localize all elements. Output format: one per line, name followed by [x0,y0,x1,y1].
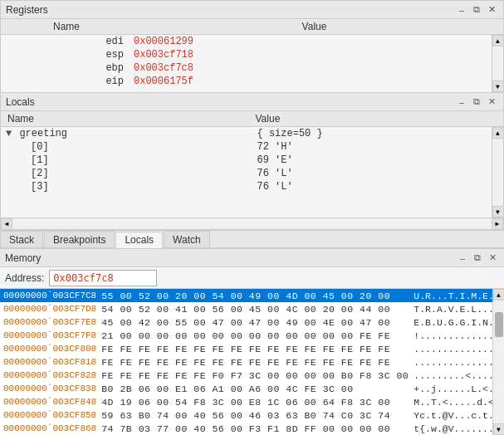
memory-row: 00000000`003CF85859 63 B0 74 00 40 56 00… [0,408,504,422]
memory-scroll-down[interactable]: ▼ [493,423,505,435]
locals-rows: ▼ greeting { size=50 } [0] 72 'H' [1] 69… [1,127,503,218]
mem-ascii: .........<.....<. [410,369,504,382]
registers-title: Registers [6,4,48,16]
locals-greeting-row: ▼ greeting { size=50 } [1,127,503,140]
mem-ascii: t{.w.@V......... [410,422,504,435]
memory-close-button[interactable]: ✕ [486,252,499,265]
mem-hex: 21 00 00 00 00 00 00 00 00 00 00 00 00 0… [100,329,410,342]
registers-name-header: Name [4,20,129,33]
tab-breakpoints[interactable]: Breakpoints [44,231,115,247]
locals-3-value: 76 'L' [252,180,504,193]
locals-row-0: [0] 72 'H' [1,140,503,154]
locals-hscrollbar[interactable]: ◀ ▶ [1,218,503,229]
locals-pin-button[interactable]: – [455,95,468,109]
mem-addr: 00000000`003CF848 [0,395,100,408]
collapse-icon[interactable]: ▼ [6,128,12,139]
locals-scrollbar[interactable]: ▲ ▼ [492,127,503,218]
mem-addr: 00000000`003CF868 [0,422,100,435]
locals-value-header: Value [252,112,501,125]
tab-watch[interactable]: Watch [164,231,210,247]
mem-ascii: ................ [410,355,504,369]
registers-data: edi 0x00061299 esp 0x003cf718 ebp 0x003c… [1,35,503,88]
locals-hscroll-right[interactable]: ▶ [492,218,503,230]
locals-0-name: [0] [1,140,252,154]
locals-2-value: 76 'L' [252,167,504,180]
mem-addr: 00000000`003CF7E8 [0,315,100,329]
memory-row: 00000000`003CF8484D 19 06 00 54 F8 3C 00… [0,395,504,408]
locals-2-name: [2] [1,167,252,180]
reg-edi-name: edi [4,35,129,48]
locals-hscroll-left[interactable]: ◀ [1,218,12,230]
memory-row: 00000000`003CF818FE FE FE FE FE FE FE FE… [0,355,504,369]
mem-hex: 74 7B 03 77 00 40 56 00 F3 F1 8D FF 00 0… [100,422,410,435]
locals-scroll-down[interactable]: ▼ [492,206,504,218]
mem-ascii: ................ [410,342,504,355]
memory-row: 00000000`003CF86874 7B 03 77 00 40 56 00… [0,422,504,435]
registers-controls: – ⧉ ✕ [455,3,498,17]
locals-header: Locals – ⧉ ✕ [1,93,503,111]
tab-stack[interactable]: Stack [0,231,43,247]
memory-scrollbar[interactable]: ▲ ▼ [492,289,504,435]
locals-1-value: 69 'E' [252,154,504,167]
registers-col-headers: Name Value [1,19,503,35]
memory-scroll-thumb[interactable] [495,312,503,337]
locals-row-2: [2] 76 'L' [1,167,503,180]
memory-panel: Memory – ⧉ ✕ Address: 00000000`003CF7C85… [0,248,504,435]
locals-3-name: [3] [1,180,252,193]
reg-ebp-value: 0x003cf7c8 [129,61,500,75]
locals-name-header: Name [4,112,252,125]
memory-title: Memory [5,252,41,264]
address-input[interactable] [49,270,157,286]
locals-1-name: [1] [1,154,252,167]
reg-eip-value: 0x0006175f [129,75,500,88]
memory-pin-button[interactable]: – [456,252,469,265]
mem-ascii: M..T.<.....d.<. [410,395,504,408]
locals-greeting-value: { size=50 } [252,127,504,140]
memory-row: 00000000`003CF828FE FE FE FE FE FE F0 F7… [0,369,504,382]
locals-body: ▼ greeting { size=50 } [0] 72 'H' [1] 69… [1,127,503,218]
registers-pin-button[interactable]: – [455,3,468,17]
memory-scroll-up[interactable]: ▲ [493,289,505,301]
mem-ascii: U.R...T.I.M.E. [410,289,504,302]
reg-esp-value: 0x003cf718 [129,48,500,61]
mem-ascii: +..j......L.<. [410,382,504,395]
registers-scroll-down[interactable]: ▼ [492,81,504,92]
memory-controls: – ⧉ ✕ [456,252,499,265]
registers-value-header: Value [129,20,500,33]
memory-float-button[interactable]: ⧉ [471,252,484,265]
locals-close-button[interactable]: ✕ [485,95,498,109]
mem-hex: 55 00 52 00 20 00 54 00 49 00 4D 00 45 0… [100,289,410,302]
memory-row: 00000000`003CF7E845 00 42 00 55 00 47 00… [0,315,504,329]
registers-rows: edi 0x00061299 esp 0x003cf718 ebp 0x003c… [1,35,503,92]
memory-header: Memory – ⧉ ✕ [0,249,504,267]
mem-ascii: !............... [410,329,504,342]
memory-table: 00000000`003CF7C855 00 52 00 20 00 54 00… [0,289,504,435]
mem-hex: FE FE FE FE FE FE FE FE FE FE FE FE FE F… [100,355,410,369]
reg-edi-value: 0x00061299 [129,35,500,48]
mem-ascii: Yc.t.@V...c.t.<t [410,408,504,422]
memory-row: 00000000`003CF838B0 2B 06 00 E1 06 A1 00… [0,382,504,395]
memory-row: 00000000`003CF7D854 00 52 00 41 00 56 00… [0,302,504,315]
reg-esp-name: esp [4,48,129,61]
registers-panel: Registers – ⧉ ✕ Name Value edi 0x0006129… [0,0,504,93]
locals-scroll-up[interactable]: ▲ [492,127,504,139]
registers-scroll-up[interactable]: ▲ [492,35,504,46]
mem-addr: 00000000`003CF7C8 [0,289,100,302]
mem-hex: 54 00 52 00 41 00 56 00 45 00 4C 00 20 0… [100,302,410,315]
memory-content: 00000000`003CF7C855 00 52 00 20 00 54 00… [0,289,504,435]
locals-row-1: [1] 69 'E' [1,154,503,167]
address-bar: Address: [0,267,504,289]
mem-addr: 00000000`003CF818 [0,355,100,369]
reg-eip-name: eip [4,75,129,88]
locals-controls: – ⧉ ✕ [455,95,498,109]
registers-scrollbar[interactable]: ▲ ▼ [492,35,503,92]
mem-addr: 00000000`003CF828 [0,369,100,382]
registers-close-button[interactable]: ✕ [485,3,498,17]
registers-float-button[interactable]: ⧉ [470,3,483,17]
tab-locals[interactable]: Locals [115,232,163,248]
mem-ascii: T.R.A.V.E.L...D. [410,302,504,315]
mem-hex: 4D 19 06 00 54 F8 3C 00 E8 1C 06 00 64 F… [100,395,410,408]
mem-ascii: E.B.U.G.G.I.N.G. [410,315,504,329]
locals-panel: Locals – ⧉ ✕ Name Value ▼ greeting { siz… [0,93,504,230]
locals-float-button[interactable]: ⧉ [470,95,483,109]
